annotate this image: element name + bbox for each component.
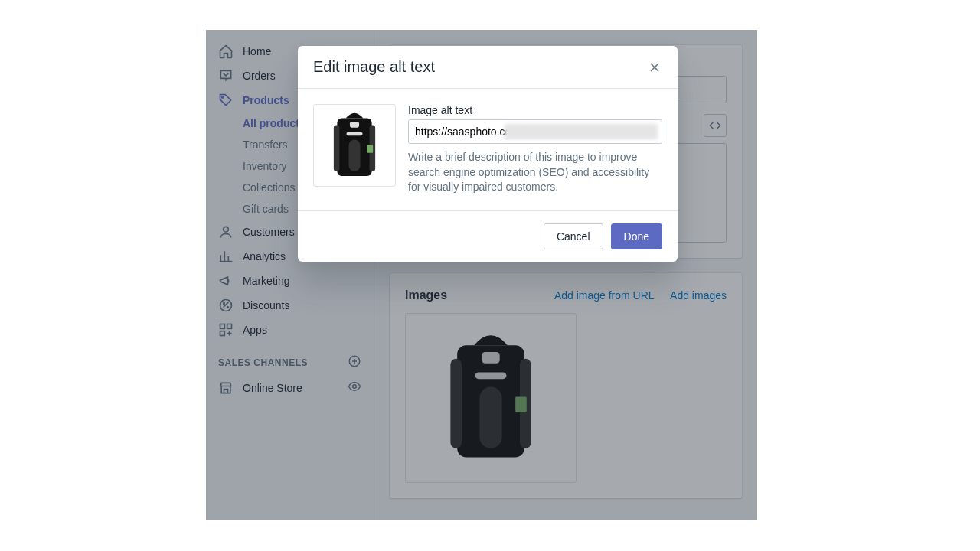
modal-footer: Cancel Done bbox=[298, 210, 678, 262]
alt-text-label: Image alt text bbox=[408, 104, 662, 116]
svg-rect-21 bbox=[346, 132, 362, 136]
alt-text-help: Write a brief description of this image … bbox=[408, 150, 662, 195]
modal-header: Edit image alt text bbox=[298, 46, 678, 89]
redacted-content bbox=[505, 124, 658, 139]
edit-alt-text-modal: Edit image alt text Image alt text bbox=[298, 46, 678, 262]
svg-rect-22 bbox=[368, 145, 374, 153]
svg-rect-20 bbox=[350, 122, 359, 128]
svg-rect-23 bbox=[348, 139, 360, 171]
modal-title: Edit image alt text bbox=[313, 58, 435, 76]
cancel-button[interactable]: Cancel bbox=[544, 223, 603, 249]
done-button[interactable]: Done bbox=[611, 223, 662, 249]
close-icon[interactable] bbox=[647, 60, 662, 75]
modal-body: Image alt text Write a brief description… bbox=[298, 89, 678, 210]
alt-text-thumbnail bbox=[313, 104, 396, 187]
alt-text-field: Image alt text Write a brief description… bbox=[408, 104, 662, 195]
svg-rect-18 bbox=[334, 126, 340, 171]
